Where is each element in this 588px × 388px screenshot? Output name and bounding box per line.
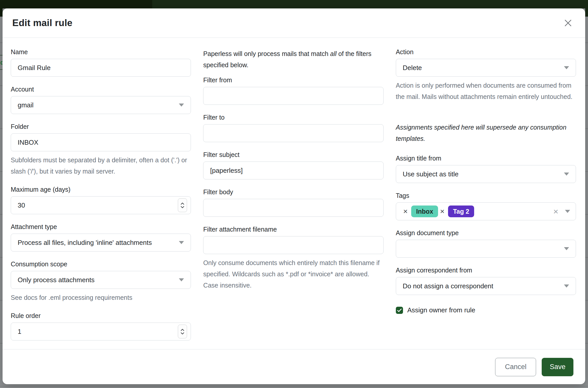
- assign-owner-row: Assign owner from rule: [396, 306, 576, 314]
- attachment-type-label: Attachment type: [11, 223, 191, 231]
- clear-tags-icon[interactable]: ×: [553, 207, 558, 216]
- consumption-scope-select[interactable]: Only process attachments: [11, 271, 191, 289]
- account-label: Account: [11, 85, 191, 93]
- folder-label: Folder: [11, 123, 191, 130]
- tags-multiselect[interactable]: ×Inbox×Tag 2 ×: [396, 202, 576, 220]
- chevron-down-icon: [179, 278, 184, 281]
- filter-attachment-filename-input[interactable]: [203, 236, 383, 254]
- folder-input[interactable]: [11, 133, 191, 151]
- max-age-value: 30: [18, 201, 25, 209]
- max-age-label: Maximum age (days): [11, 186, 191, 193]
- filter-to-label: Filter to: [203, 113, 383, 121]
- folder-help-text: Subfolders must be separated by a delimi…: [11, 154, 191, 177]
- close-icon: [564, 19, 572, 27]
- assign-correspondent-from-select-value: Do not assign a correspondent: [403, 282, 493, 290]
- rule-order-stepper[interactable]: 1: [11, 323, 191, 340]
- edit-mail-rule-dialog: Edit mail rule Name Account gmail: [3, 8, 585, 384]
- chevron-down-icon: [179, 241, 184, 244]
- tags-label: Tags: [396, 192, 576, 199]
- filter-subject-label: Filter subject: [203, 151, 383, 158]
- background-page-edge: d: [0, 55, 3, 70]
- action-select-value: Delete: [403, 64, 422, 72]
- filter-attachment-filename-label: Filter attachment filename: [203, 225, 383, 233]
- assign-title-from-label: Assign title from: [396, 154, 576, 162]
- dialog-footer: Cancel Save: [3, 349, 585, 384]
- attachment-type-select[interactable]: Process all files, including 'inline' at…: [11, 234, 191, 252]
- action-select[interactable]: Delete: [396, 59, 576, 77]
- check-icon: [397, 309, 402, 312]
- dialog-header: Edit mail rule: [3, 8, 585, 38]
- consumption-scope-help-text: See docs for .eml processing requirement…: [11, 292, 191, 303]
- chevron-down-icon: [564, 173, 569, 176]
- assign-owner-checkbox[interactable]: [396, 307, 403, 314]
- assign-title-from-select-value: Use subject as title: [403, 170, 459, 178]
- action-label: Action: [396, 48, 576, 56]
- name-label: Name: [11, 48, 191, 56]
- assign-correspondent-from-select[interactable]: Do not assign a correspondent: [396, 277, 576, 295]
- assign-title-from-select[interactable]: Use subject as title: [396, 165, 576, 183]
- name-input[interactable]: [11, 59, 191, 77]
- chevron-down-icon: [565, 210, 570, 213]
- tag-pill[interactable]: Inbox: [411, 206, 438, 217]
- dialog-body: Name Account gmail Folder Subfolders mus…: [3, 38, 585, 349]
- assign-document-type-label: Assign document type: [396, 229, 576, 237]
- account-select-value: gmail: [18, 101, 34, 109]
- save-button[interactable]: Save: [542, 358, 573, 376]
- assignments-note: Assignments specified here will supersed…: [396, 122, 576, 144]
- filter-from-input[interactable]: [203, 87, 383, 105]
- dialog-title: Edit mail rule: [12, 18, 72, 28]
- filter-body-input[interactable]: [203, 199, 383, 217]
- filter-from-label: Filter from: [203, 76, 383, 84]
- assign-owner-label: Assign owner from rule: [407, 306, 475, 314]
- chevron-down-icon: [564, 284, 569, 288]
- remove-tag-icon[interactable]: ×: [438, 208, 448, 215]
- column-general: Name Account gmail Folder Subfolders mus…: [11, 48, 191, 349]
- consumption-scope-select-value: Only process attachments: [18, 276, 95, 284]
- filter-body-label: Filter body: [203, 188, 383, 196]
- chevron-down-icon: [564, 66, 569, 69]
- filter-subject-input[interactable]: [203, 162, 383, 179]
- tag-pill[interactable]: Tag 2: [448, 206, 474, 217]
- assign-document-type-select[interactable]: [396, 240, 576, 258]
- tags-selected: ×Inbox×Tag 2: [401, 206, 553, 217]
- spin-buttons-icon[interactable]: [178, 325, 187, 338]
- rule-order-label: Rule order: [11, 312, 191, 319]
- assign-correspondent-from-label: Assign correspondent from: [396, 266, 576, 274]
- rule-order-value: 1: [18, 328, 21, 336]
- consumption-scope-label: Consumption scope: [11, 260, 191, 268]
- cancel-button[interactable]: Cancel: [495, 358, 536, 376]
- filter-to-input[interactable]: [203, 124, 383, 142]
- filters-intro-text: Paperless will only process mails that m…: [203, 48, 383, 71]
- column-filters: Paperless will only process mails that m…: [203, 48, 383, 349]
- column-actions: Action Delete Action is only performed w…: [396, 48, 576, 349]
- chevron-down-icon: [179, 104, 184, 107]
- app-top-bar: [0, 0, 588, 8]
- spin-buttons-icon[interactable]: [178, 198, 187, 212]
- close-button[interactable]: [562, 17, 574, 29]
- chevron-down-icon: [564, 247, 569, 250]
- account-select[interactable]: gmail: [11, 96, 191, 114]
- action-help-text: Action is only performed when documents …: [396, 80, 576, 102]
- attachment-type-select-value: Process all files, including 'inline' at…: [18, 239, 152, 247]
- max-age-stepper[interactable]: 30: [11, 196, 191, 214]
- filter-attachment-filename-help-text: Only consume documents which entirely ma…: [203, 257, 383, 291]
- remove-tag-icon[interactable]: ×: [401, 208, 411, 215]
